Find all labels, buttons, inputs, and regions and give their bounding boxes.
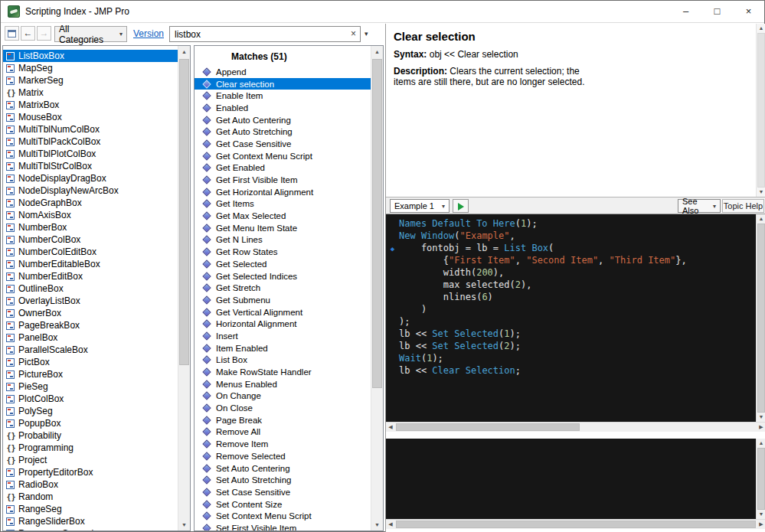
category-item[interactable]: PlotColBox <box>3 393 178 405</box>
scroll-down-icon[interactable]: ▼ <box>371 519 383 530</box>
category-item[interactable]: PanelBox <box>3 331 178 344</box>
scrollbar-thumb[interactable] <box>179 59 189 365</box>
forward-button[interactable]: → <box>37 26 51 41</box>
back-button[interactable]: ← <box>21 26 35 41</box>
category-item[interactable]: MultiTblStrColBox <box>3 160 178 172</box>
scroll-up-icon[interactable]: ▲ <box>757 24 765 33</box>
log-vertical-scrollbar[interactable]: ▲ ▼ <box>756 439 765 519</box>
run-script-button[interactable] <box>453 199 469 213</box>
match-item[interactable]: Set Case Sensitive <box>195 486 371 498</box>
category-item[interactable]: MultiTblNumColBox <box>3 123 178 135</box>
match-item[interactable]: Remove Item <box>195 438 371 450</box>
category-item[interactable]: PropertyEditorBox <box>3 466 178 478</box>
match-item[interactable]: Enabled <box>195 102 371 114</box>
maximize-button[interactable]: □ <box>701 1 733 22</box>
match-item[interactable]: Insert <box>195 330 371 342</box>
home-button[interactable] <box>5 26 19 41</box>
scroll-left-icon[interactable]: ◀ <box>386 520 395 529</box>
category-item[interactable]: PieSeg <box>3 380 178 393</box>
match-item[interactable]: On Close <box>195 402 371 414</box>
match-item[interactable]: Get Items <box>195 198 371 211</box>
match-item[interactable]: Get Stretch <box>195 282 371 294</box>
scroll-right-icon[interactable]: ▶ <box>757 423 765 432</box>
search-input[interactable] <box>170 27 343 41</box>
category-item[interactable]: RangeSeg <box>3 503 178 515</box>
category-item[interactable]: MouseBox <box>3 111 178 123</box>
category-item[interactable]: {}Programming <box>3 442 178 454</box>
match-item[interactable]: Get Vertical Alignment <box>195 306 371 318</box>
match-item[interactable]: Get N Lines <box>195 234 371 246</box>
scroll-down-icon[interactable]: ▼ <box>757 413 765 422</box>
match-item[interactable]: Get Case Sensitive <box>195 138 371 150</box>
scrollbar-thumb[interactable] <box>757 224 765 413</box>
category-item[interactable]: NumberEditableBox <box>3 258 178 270</box>
category-item[interactable]: PictBox <box>3 356 178 368</box>
match-item[interactable]: Remove All <box>195 426 371 439</box>
category-item[interactable]: MarkerSeg <box>3 74 178 86</box>
match-item[interactable]: Set Content Size <box>195 498 371 511</box>
scroll-down-icon[interactable]: ▼ <box>757 510 765 519</box>
scroll-down-icon[interactable]: ▼ <box>757 188 765 197</box>
minimize-button[interactable]: – <box>670 1 701 22</box>
match-item[interactable]: Enable Item <box>195 90 371 102</box>
match-item[interactable]: Page Break <box>195 414 371 426</box>
scroll-up-icon[interactable]: ▲ <box>757 439 765 448</box>
clear-search-icon[interactable]: × <box>351 27 356 41</box>
search-history-dropdown-icon[interactable]: ▾ <box>365 31 368 38</box>
match-item[interactable]: Get Max Selected <box>195 210 371 222</box>
match-item[interactable]: Remove Selected <box>195 450 371 462</box>
category-item[interactable]: MatrixBox <box>3 99 178 111</box>
match-item[interactable]: Set Auto Centering <box>195 462 371 475</box>
match-item[interactable]: Get Context Menu Script <box>195 150 371 162</box>
match-item[interactable]: Get Horizontal Alignment <box>195 186 371 198</box>
code-editor[interactable]: Names Default To Here(1); New Window("Ex… <box>386 214 756 422</box>
match-item[interactable]: Append <box>195 66 371 78</box>
category-item[interactable]: MultiTblPlotColBox <box>3 148 178 160</box>
topic-help-button[interactable]: Topic Help <box>722 199 764 213</box>
category-item[interactable]: ParallelScaleBox <box>3 344 178 356</box>
category-item[interactable]: NodeDisplayDragBox <box>3 172 178 184</box>
scrollbar-thumb[interactable] <box>757 448 765 510</box>
code-horizontal-scrollbar[interactable]: ◀ ▶ <box>386 422 765 432</box>
match-item[interactable]: Get Row States <box>195 246 371 258</box>
scroll-up-icon[interactable]: ▲ <box>178 46 190 57</box>
category-item[interactable]: NodeGraphBox <box>3 197 178 209</box>
matches-scrollbar[interactable]: ▲ ▼ <box>371 46 383 530</box>
match-item[interactable]: Item Enabled <box>195 342 371 354</box>
match-item[interactable]: On Change <box>195 390 371 403</box>
log-horizontal-scrollbar[interactable]: ◀ ▶ <box>386 519 765 529</box>
category-item[interactable]: NumberEditBox <box>3 270 178 282</box>
match-item[interactable]: List Box <box>195 354 371 367</box>
match-item[interactable]: Get Auto Stretching <box>195 126 371 138</box>
category-item[interactable]: {}Project <box>3 454 178 466</box>
category-item[interactable]: NumberBox <box>3 221 178 233</box>
category-item[interactable]: NodeDisplayNewArcBox <box>3 184 178 197</box>
match-item[interactable]: Get Enabled <box>195 162 371 175</box>
category-item[interactable]: RadioBox <box>3 478 178 491</box>
match-item[interactable]: Get Auto Centering <box>195 114 371 126</box>
match-item[interactable]: Get Submenu <box>195 294 371 306</box>
category-item[interactable]: ListBoxBox <box>3 50 178 62</box>
category-item[interactable]: PageBreakBox <box>3 319 178 331</box>
category-scrollbar[interactable]: ▲ ▼ <box>178 46 190 530</box>
close-button[interactable]: × <box>733 1 764 22</box>
match-item[interactable]: Get First Visible Item <box>195 174 371 186</box>
category-item[interactable]: NomAxisBox <box>3 209 178 221</box>
category-item[interactable]: OwnerBox <box>3 307 178 319</box>
category-item[interactable]: NumberColBox <box>3 233 178 246</box>
scroll-down-icon[interactable]: ▼ <box>178 519 190 530</box>
category-item[interactable]: PopupBox <box>3 417 178 429</box>
category-item[interactable]: Response Screening <box>3 527 178 530</box>
category-item[interactable]: MapSeg <box>3 62 178 74</box>
match-item[interactable]: Set Auto Stretching <box>195 474 371 486</box>
category-item[interactable]: OverlayListBox <box>3 295 178 307</box>
scroll-up-icon[interactable]: ▲ <box>371 46 383 57</box>
example-dropdown[interactable]: Example 1 ▾ <box>390 199 450 213</box>
match-item[interactable]: Menus Enabled <box>195 378 371 390</box>
version-link[interactable]: Version <box>133 23 164 45</box>
match-item[interactable]: Clear selection <box>195 78 371 90</box>
see-also-dropdown[interactable]: See Also ▾ <box>678 199 721 213</box>
category-item[interactable]: PictureBox <box>3 368 178 380</box>
scrollbar-thumb[interactable] <box>757 33 765 188</box>
category-item[interactable]: NumberColEditBox <box>3 246 178 258</box>
